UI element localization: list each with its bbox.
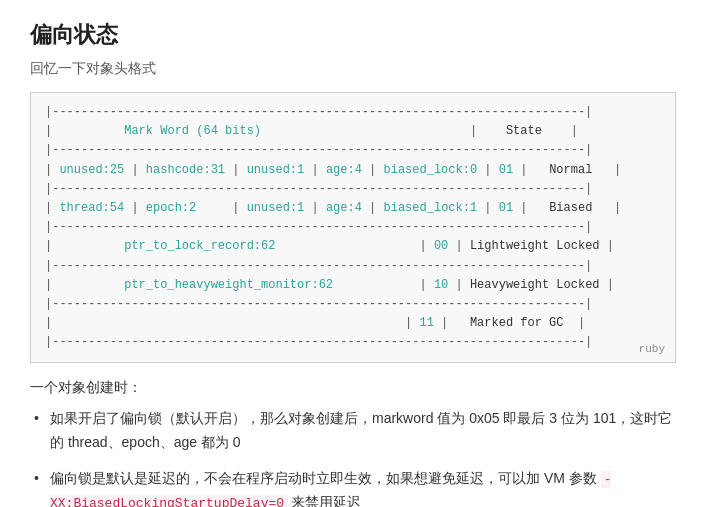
code-line-gc: | | 11 | Marked for GC |: [45, 314, 661, 333]
code-line-border3: |---------------------------------------…: [45, 180, 661, 199]
list-item-2-text: 偏向锁是默认是延迟的，不会在程序启动时立即生效，如果想避免延迟，可以加 VM 参…: [50, 470, 611, 507]
code-line-border6: |---------------------------------------…: [45, 295, 661, 314]
code-block: |---------------------------------------…: [30, 92, 676, 363]
list-item-1: 如果开启了偏向锁（默认开启），那么对象创建后，markword 值为 0x05 …: [30, 407, 676, 455]
code-line-border7: |---------------------------------------…: [45, 333, 661, 352]
inline-code-1: -XX:BiasedLockingStartupDelay=0: [50, 471, 611, 507]
code-line-border5: |---------------------------------------…: [45, 257, 661, 276]
bullet-list: 如果开启了偏向锁（默认开启），那么对象创建后，markword 值为 0x05 …: [30, 407, 676, 507]
code-line-normal: | unused:25 | hashcode:31 | unused:1 | a…: [45, 161, 661, 180]
lang-label: ruby: [639, 341, 665, 359]
code-line-border4: |---------------------------------------…: [45, 218, 661, 237]
list-item-2: 偏向锁是默认是延迟的，不会在程序启动时立即生效，如果想避免延迟，可以加 VM 参…: [30, 467, 676, 507]
subtitle: 回忆一下对象头格式: [30, 60, 676, 78]
code-line-biased: | thread:54 | epoch:2 | unused:1 | age:4…: [45, 199, 661, 218]
code-line-lightweight: | ptr_to_lock_record:62 | 00 | Lightweig…: [45, 237, 661, 256]
intro-text: 一个对象创建时：: [30, 379, 676, 397]
code-line-header: | Mark Word (64 bits) | State |: [45, 122, 661, 141]
code-line-heavyweight: | ptr_to_heavyweight_monitor:62 | 10 | H…: [45, 276, 661, 295]
page-title: 偏向状态: [30, 20, 676, 50]
code-line-border1: |---------------------------------------…: [45, 103, 661, 122]
list-item-1-text: 如果开启了偏向锁（默认开启），那么对象创建后，markword 值为 0x05 …: [50, 410, 672, 450]
code-line-border2: |---------------------------------------…: [45, 141, 661, 160]
